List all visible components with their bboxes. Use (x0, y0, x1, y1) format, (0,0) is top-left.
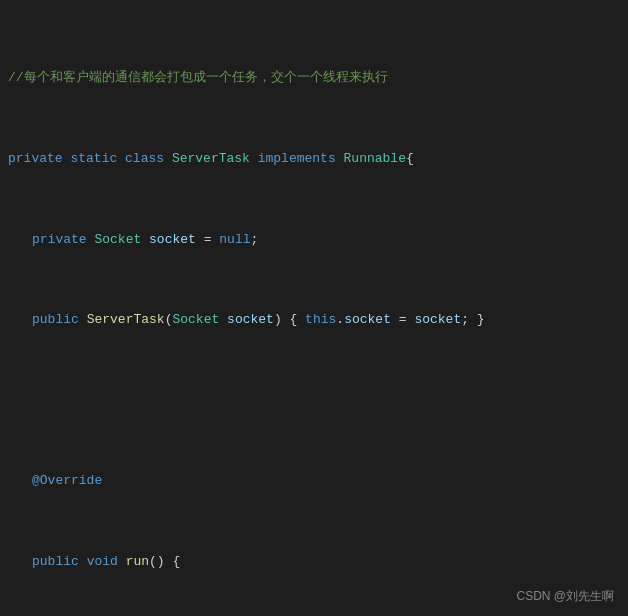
line-constructor: public ServerTask(Socket socket) { this.… (8, 310, 616, 330)
line-run-method: public void run() { (8, 552, 616, 572)
line-blank (8, 391, 616, 411)
line-override: @Override (8, 471, 616, 491)
line-class-declaration: private static class ServerTask implemen… (8, 149, 616, 169)
line-comment-taskline: //每个和客户端的通信都会打包成一个任务，交个一个线程来执行 (8, 68, 616, 88)
watermark: CSDN @刘先生啊 (516, 587, 614, 606)
code-container: //每个和客户端的通信都会打包成一个任务，交个一个线程来执行 private s… (0, 0, 628, 616)
line-field: private Socket socket = null; (8, 230, 616, 250)
